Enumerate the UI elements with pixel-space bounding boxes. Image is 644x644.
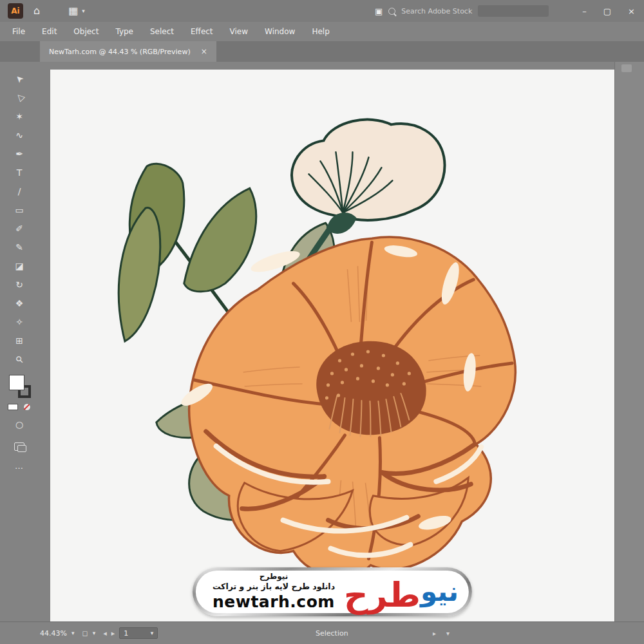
selection-tool-icon: ➤ [14, 73, 25, 84]
scrollbar-button[interactable] [621, 64, 632, 72]
watermark-text: نیوطرح دانلود طرح لایه باز بنر و تراکت n… [213, 572, 335, 612]
status-tool-label: Selection [316, 629, 348, 638]
status-caret-icon[interactable]: ▾ [446, 630, 450, 637]
lasso-tool[interactable]: ∿ [8, 126, 30, 144]
minimize-button[interactable]: – [582, 6, 587, 16]
document-tabbar: NewTarh.com @ 44.43 % (RGB/Preview) × [0, 41, 644, 62]
search-input[interactable] [478, 5, 549, 17]
pencil-tool-icon: ✎ [15, 243, 23, 252]
rotate-tool[interactable]: ↻ [8, 275, 30, 294]
screen-mode-icon[interactable] [14, 442, 24, 451]
zoom-level: 44.43% [40, 629, 67, 638]
newtarh-logo-red: طرح [344, 582, 421, 609]
menu-edit[interactable]: Edit [33, 27, 65, 36]
rotate-tool-icon: ↻ [15, 280, 23, 289]
paintbrush-tool-icon: ✐ [15, 224, 23, 233]
maximize-button[interactable]: ▢ [603, 6, 611, 16]
eyedropper-tool[interactable]: ✧ [8, 312, 30, 331]
type-tool-icon: T [17, 168, 23, 177]
pen-tool[interactable]: ✒ [8, 144, 30, 163]
menu-view[interactable]: View [222, 27, 256, 36]
type-tool[interactable]: T [8, 163, 30, 182]
direct-selection-tool[interactable]: ▷ [8, 88, 30, 107]
pencil-tool[interactable]: ✎ [8, 238, 30, 256]
menu-object[interactable]: Object [65, 27, 107, 36]
window-controls: – ▢ × [582, 6, 635, 16]
document-tab-title: NewTarh.com @ 44.43 % (RGB/Preview) [49, 48, 191, 56]
magic-wand-tool-icon: ✶ [15, 112, 23, 121]
color-chip[interactable] [8, 404, 18, 410]
artboard-number-field[interactable]: 1 ▾ [119, 627, 158, 639]
draw-mode-icon: ○ [15, 420, 23, 429]
menubar: File Edit Object Type Select Effect View… [0, 22, 644, 41]
menu-help[interactable]: Help [303, 27, 337, 36]
flower-artwork[interactable] [50, 70, 614, 621]
illustrator-logo-icon: Ai [8, 3, 23, 19]
rotate-view-caret-icon[interactable]: ▾ [93, 630, 96, 636]
watermark-subtitle: دانلود طرح لایه باز بنر و تراکت [213, 582, 335, 592]
line-segment-tool[interactable]: / [8, 182, 30, 200]
workspace-switcher-icon[interactable]: ▣ [375, 7, 383, 15]
magic-wand-tool[interactable]: ✶ [8, 107, 30, 126]
paintbrush-tool[interactable]: ✐ [8, 219, 30, 238]
titlebar: Ai ⌂ ▦ ▾ ▣ Search Adobe Stock – ▢ × [0, 0, 644, 22]
search-placeholder: Search Adobe Stock [401, 7, 472, 15]
cream-flower-petals [292, 120, 444, 220]
workspace: ➤ ▷ ✶ ∿ ✒ T / ▭ ✐ ✎ ◪ ↻ ❖ ✧ ⊞ ⚲ [0, 62, 644, 621]
menu-select[interactable]: Select [142, 27, 182, 36]
artboard-tool-icon: ⊞ [15, 336, 23, 345]
statusbar: 44.43% ▾ ◻ ▾ ◂ ▸ 1 ▾ Selection ▸ ▾ [0, 621, 644, 644]
draw-mode-button[interactable]: ○ [8, 415, 30, 433]
zoom-tool[interactable]: ⚲ [8, 350, 30, 368]
chevron-down-icon: ▾ [82, 8, 85, 14]
search-icon [388, 8, 395, 15]
document-tab[interactable]: NewTarh.com @ 44.43 % (RGB/Preview) × [40, 41, 216, 62]
none-chip[interactable] [23, 403, 31, 411]
artboard-canvas[interactable]: نیوطرح دانلود طرح لایه باز بنر و تراکت n… [50, 70, 614, 621]
fill-stroke-swatches [8, 375, 31, 398]
menu-type[interactable]: Type [107, 27, 142, 36]
shape-builder-tool[interactable]: ❖ [8, 294, 30, 312]
zoom-control[interactable]: 44.43% ▾ [40, 629, 74, 638]
arrange-documents-icon: ▦ [68, 6, 78, 16]
arrange-documents-button[interactable]: ▦ ▾ [68, 6, 85, 16]
right-panel-strip [614, 62, 644, 621]
zoom-tool-icon: ⚲ [14, 354, 24, 365]
illustrator-window: Ai ⌂ ▦ ▾ ▣ Search Adobe Stock – ▢ × File… [0, 0, 644, 644]
menu-effect[interactable]: Effect [182, 27, 222, 36]
shape-builder-tool-icon: ❖ [15, 299, 24, 308]
flower-center-disc [316, 341, 426, 435]
status-play-icon[interactable]: ▸ [433, 630, 436, 637]
selection-tool[interactable]: ➤ [8, 70, 30, 88]
rectangle-tool-icon: ▭ [15, 205, 23, 214]
next-artboard-icon[interactable]: ▸ [111, 629, 115, 638]
search-area[interactable]: ▣ Search Adobe Stock [375, 5, 549, 17]
watermark-domain: newtarh.com [213, 592, 335, 612]
edit-toolbar-button[interactable]: … [15, 461, 24, 471]
rotate-view-icon: ◻ [82, 629, 88, 638]
close-button[interactable]: × [628, 6, 635, 16]
rotate-view-control[interactable]: ◻ ▾ [82, 629, 95, 638]
menu-window[interactable]: Window [256, 27, 303, 36]
previous-artboard-icon[interactable]: ◂ [103, 629, 107, 638]
menu-file[interactable]: File [4, 27, 33, 36]
artboard-navigation: ◂ ▸ 1 ▾ [103, 627, 158, 639]
tools-panel: ➤ ▷ ✶ ∿ ✒ T / ▭ ✐ ✎ ◪ ↻ ❖ ✧ ⊞ ⚲ [0, 62, 39, 621]
home-icon[interactable]: ⌂ [33, 6, 40, 16]
fill-color-swatch[interactable] [9, 375, 24, 390]
color-mode-chips [8, 403, 31, 411]
artboard-tool[interactable]: ⊞ [8, 331, 30, 350]
watermark-badge: نیوطرح دانلود طرح لایه باز بنر و تراکت n… [193, 567, 472, 616]
lasso-tool-icon: ∿ [15, 131, 23, 140]
rectangle-tool[interactable]: ▭ [8, 200, 30, 219]
artboard-caret-icon: ▾ [151, 630, 154, 636]
tab-close-icon[interactable]: × [201, 47, 207, 56]
artboard-number: 1 [124, 629, 128, 638]
watermark-inner: نیوطرح دانلود طرح لایه باز بنر و تراکت n… [196, 571, 469, 613]
newtarh-logo: نیو طرح [344, 578, 459, 605]
eyedropper-tool-icon: ✧ [15, 317, 23, 327]
pen-tool-icon: ✒ [15, 149, 23, 158]
line-segment-tool-icon: / [18, 187, 21, 196]
zoom-caret-icon[interactable]: ▾ [71, 630, 75, 636]
eraser-tool[interactable]: ◪ [8, 256, 30, 275]
